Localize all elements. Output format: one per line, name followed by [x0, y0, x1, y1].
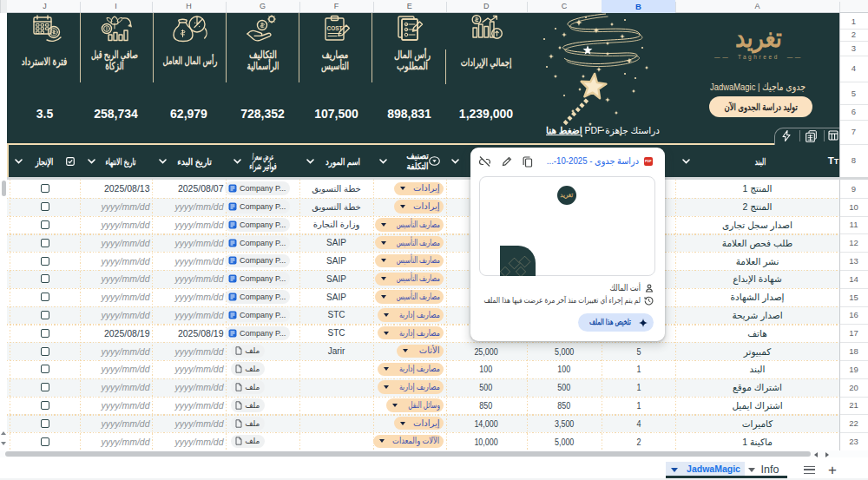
svg-text:COST: COST: [326, 25, 342, 31]
